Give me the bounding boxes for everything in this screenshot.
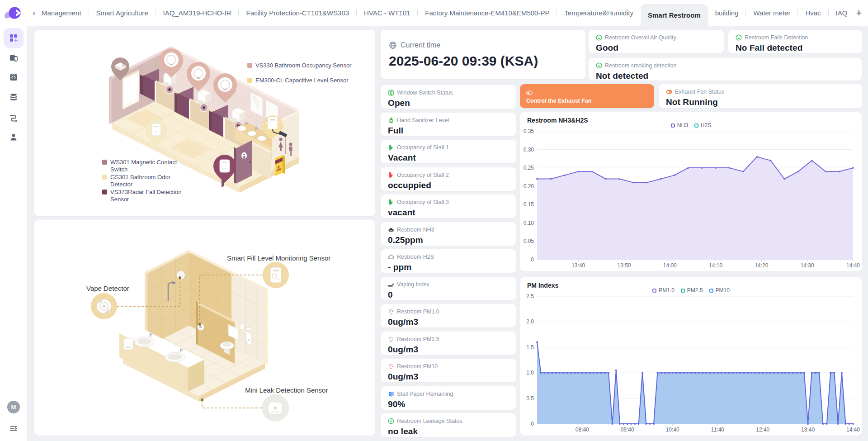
chart-marker [717,372,719,374]
user-icon [9,132,19,142]
sidebar-item-data[interactable] [4,87,24,107]
y-tick-label: 0.15 [524,201,534,208]
falls-detection-value: No Fall detected [736,43,856,53]
pm-chart-plot: 00.51.01.52.02.508:4009:4010:4011:4012:4… [520,277,862,436]
chart-marker [577,171,579,172]
sidebar-item-devices[interactable] [4,48,24,68]
sidebar-item-users[interactable] [4,127,24,147]
chart-marker [645,423,647,425]
tab-building[interactable]: building [708,0,746,26]
tab-water-meter[interactable]: Water meter [746,0,797,26]
chart-marker [544,372,546,374]
user-avatar[interactable]: M [7,401,20,413]
chart-marker [811,372,813,374]
single-restroom-illustration-card: Vape Detector Smart Fill Level Monitorin… [34,220,375,436]
chart-marker [766,372,768,374]
y-tick-label: 0.30 [524,147,534,153]
particles-icon: 1.0 [388,308,394,315]
control-exhaust-fan-button[interactable]: Control the Exhaust Fan [520,84,654,108]
fan-toggle-icon [666,89,672,95]
tab-management[interactable]: Management [41,0,89,26]
stall1-occupancy-label: Occupancy of Stall 1 [397,144,449,151]
y-tick-label: 2.5 [526,293,534,299]
toilet-icon [388,144,394,151]
chart-marker [660,178,662,180]
dashboard-content: VS330 Bathroom Occupancy Sensor EM300-CL… [27,26,868,441]
nh3-h2s-chart-plot: 00.050.100.150.200.250.300.3513:4013:501… [520,112,862,271]
illus2-label-fill-sensor: Smart Fill Level Monitoring Sensor [227,254,330,262]
add-tab-button[interactable]: + [850,0,868,26]
tab-hvac[interactable]: Hvac [798,0,828,26]
tab-factory-maintenance-em410-em500-pp[interactable]: Factory Maintenance-EM410&EM500-PP [418,0,557,26]
chart-marker [769,372,771,374]
tab-smart-restroom[interactable]: Smart Restroom [641,4,708,26]
chart-marker [574,372,576,374]
sanitizer-level-card: Hand Sanitizer Level Full [381,113,516,136]
particles-red-icon: 10 [388,363,394,370]
chart-marker [551,372,553,374]
tab-iaq-am319-hcho-ir[interactable]: IAQ_AM319-HCHO-IR [156,0,239,26]
tabs-scroll-left-button[interactable]: ‹ [27,0,41,26]
chart-marker [830,372,831,374]
x-tick-label: 14:40 [846,427,860,433]
chart-marker [750,372,752,374]
chart-marker [781,372,783,374]
y-tick-label: 2.0 [526,318,534,325]
chart-marker [732,372,734,374]
nh3-h2s-chart-card: Restroom NH3&H2S NH3H2S 00.050.100.150.2… [520,112,862,271]
chart-marker [758,372,760,374]
stall1-occupancy-value: Vacant [388,153,510,163]
stall3-occupancy-value: vacant [388,208,510,218]
chart-marker [852,167,854,169]
chart-marker [743,372,745,374]
chart-marker [756,156,758,158]
chart-marker [566,372,568,374]
chart-marker [706,372,708,374]
chart-marker [615,370,617,371]
pm10-label: Restroom PM10 [397,363,438,370]
x-tick-label: 13:40 [571,262,585,269]
tab-label: Factory Maintenance-EM410&EM500-PP [425,9,549,17]
chart-marker [715,167,717,169]
air-quality-card: Restroom Overall Air Quality Good [589,30,724,53]
chart-area [537,342,853,424]
chart-marker [649,423,651,425]
falls-detection-label: Restroom Falls Detection [745,34,808,41]
tab-hvac-wt101[interactable]: HVAC - WT101 [357,0,417,26]
sidebar-item-dashboard[interactable] [4,28,24,48]
tab-iaq[interactable]: IAQ [829,0,850,26]
tab-label: HVAC - WT101 [364,9,410,17]
chart-marker [642,372,643,374]
smiley-icon [736,34,742,41]
chart-marker [797,171,799,172]
pm-chart-card: PM Indexs PM1.0PM2.5PM10 00.51.01.52.02.… [520,277,862,436]
particles-icon: 2.5 [388,336,394,342]
chart-marker [818,372,820,374]
chart-marker [713,372,715,374]
chart-marker [815,372,816,374]
chart-marker [604,372,606,374]
y-tick-label: 0 [531,421,534,427]
chart-marker [585,372,587,374]
restroom-overview-illustration-card: VS330 Bathroom Occupancy Sensor EM300-CL… [34,30,375,216]
chart-marker [826,423,828,425]
chart-marker [800,372,802,374]
tab-facility-protection-ct101-ws303[interactable]: Facility Protection-CT101&WS303 [239,0,356,26]
h2s-label: Restroom H2S [397,254,434,260]
y-tick-label: 1.0 [526,370,534,376]
chart-marker [702,372,703,374]
app-logo-icon[interactable] [4,4,24,23]
chart-marker [593,372,594,374]
sidebar-item-workflow[interactable] [4,107,24,127]
pm10-value: 0ug/m3 [388,372,510,382]
sidebar-item-integration[interactable] [4,67,24,87]
chart-marker [668,372,670,374]
stall3-occupancy-label: Occupancy of Stall 3 [397,199,449,205]
exhaust-fan-status-value: Not Running [666,97,856,107]
chart-marker [687,167,689,169]
tab-smart-agriculture[interactable]: Smart Agriculture [89,0,156,26]
tab-temperature-humidity[interactable]: Temperature&Humidity [557,0,641,26]
stall-paper-card: Stall Paper Remaining 90% [381,386,516,410]
collapse-menu-icon[interactable] [9,423,19,433]
chart-marker [784,372,786,374]
